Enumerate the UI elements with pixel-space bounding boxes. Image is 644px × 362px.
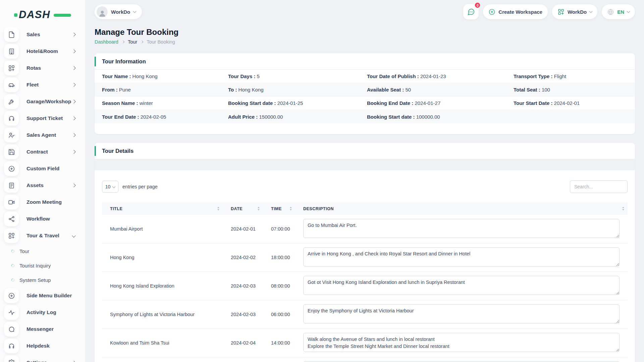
topbar: WorkDo 0 Create Workspace <box>95 0 635 21</box>
create-workspace-button[interactable]: Create Workspace <box>483 4 548 19</box>
plus-circle-icon <box>4 288 19 303</box>
cell-title: Symphony of Lights at Victoria Harbour <box>102 312 223 317</box>
workdo-apps-button[interactable]: WorkDo <box>552 4 597 19</box>
chevron-right-icon <box>72 183 75 187</box>
chevron-right-icon <box>72 133 75 137</box>
globe-icon <box>607 8 614 15</box>
description-textarea[interactable]: Go to Mumbai Air Port. <box>303 219 620 238</box>
description-textarea[interactable]: Walk along the Avenue of Stars and lunch… <box>303 333 620 352</box>
workspace-selector[interactable]: WorkDo <box>95 4 142 19</box>
sidebar-item-workflow[interactable]: Workflow <box>0 210 85 227</box>
cell-date: 2024-02-01 <box>223 226 263 232</box>
sidebar-item-assets[interactable]: Assets <box>0 177 85 194</box>
info-field-tour-date-of-publish: Tour Date of Publish : 2024-01-23 <box>367 73 514 79</box>
language-selector[interactable]: EN <box>602 4 635 19</box>
cell-title: Mumbai Airport <box>102 226 223 232</box>
chevron-down-icon <box>112 185 116 188</box>
sidebar-item-hotel-room[interactable]: Hotel&Room <box>0 43 85 60</box>
sidebar-item-side-menu-builder[interactable]: Side Menu Builder <box>0 287 85 304</box>
info-row: Tour End Date : 2024-02-05Adult Price : … <box>95 110 635 123</box>
entries-per-page-select[interactable]: 10 <box>102 181 118 193</box>
cell-description: Go to Mumbai Air Port. <box>295 219 628 239</box>
sidebar-item-custom-field[interactable]: Custom Field <box>0 160 85 177</box>
sidebar-item-label: Settings <box>26 360 72 362</box>
chevron-right-icon <box>72 150 75 154</box>
sidebar-item-support-ticket[interactable]: Support Ticket <box>0 110 85 127</box>
sidebar-item-fleet[interactable]: Fleet <box>0 76 85 93</box>
sort-icon[interactable] <box>290 207 292 210</box>
share-nodes-icon <box>8 216 15 223</box>
create-workspace-label: Create Workspace <box>498 9 542 15</box>
table-row: Hong Kong2024-02-0218:00:00Arrive in Hon… <box>102 243 628 272</box>
sidebar-subitem-system-setup[interactable]: System Setup <box>0 273 85 287</box>
sidebar-item-messenger[interactable]: Messenger <box>0 321 85 338</box>
table-row <box>102 357 628 362</box>
messages-button[interactable]: 0 <box>463 4 479 19</box>
card-divider <box>95 159 635 170</box>
cell-time: 07:00:00 <box>263 226 295 232</box>
sidebar-item-activity-log[interactable]: Activity Log <box>0 304 85 321</box>
grid-plus-icon <box>557 8 565 15</box>
table-row: Mumbai Airport2024-02-0107:00:00Go to Mu… <box>102 215 628 243</box>
message-icon <box>8 326 15 333</box>
column-header-date[interactable]: Date <box>223 206 263 211</box>
chevron-right-icon <box>72 83 75 86</box>
activity-icon <box>4 305 19 320</box>
sidebar-subitem-tour[interactable]: Tour <box>0 244 85 258</box>
message-icon <box>4 322 19 337</box>
sort-icon[interactable] <box>258 207 260 210</box>
table-body: Mumbai Airport2024-02-0107:00:00Go to Mu… <box>102 215 628 362</box>
sidebar-item-zoom-meeting[interactable]: Zoom Meeting <box>0 194 85 210</box>
info-row: From : PuneTo : Hong KongAvailable Seat … <box>95 83 635 97</box>
sidebar-item-sales[interactable]: Sales <box>0 26 85 43</box>
sidebar-item-rotas[interactable]: Rotas <box>0 60 85 76</box>
sidebar-item-helpdesk[interactable]: Helpdesk <box>0 338 85 354</box>
tour-details-body: 10 entries per page TitleDateTimeDescrip… <box>95 170 635 362</box>
sidebar-item-garage-workshop[interactable]: Garage/Workshop <box>0 93 85 110</box>
sidebar-item-settings[interactable]: Settings <box>0 354 85 362</box>
tour-details-title: Tour Details <box>102 148 133 154</box>
cell-date: 2024-02-02 <box>223 255 263 260</box>
entries-per-page-value: 10 <box>105 184 111 189</box>
sidebar-item-label: Rotas <box>26 65 72 71</box>
plus-circle-icon <box>488 8 495 15</box>
app-logo[interactable]: DASH <box>19 7 69 22</box>
chevron-right-icon <box>72 33 75 36</box>
share-nodes-icon <box>4 212 19 226</box>
info-field-from: From : Pune <box>102 87 228 93</box>
sort-icon[interactable] <box>622 207 624 210</box>
column-header-title[interactable]: Title <box>102 206 223 211</box>
description-textarea[interactable]: Got ot Visit Hong Kong Island Exploratio… <box>303 276 620 295</box>
sidebar-item-sales-agent[interactable]: Sales Agent <box>0 127 85 143</box>
tour-information-header: Tour Information <box>95 53 635 70</box>
sidebar-item-tour-travel[interactable]: Tour & Travel <box>0 227 85 244</box>
column-header-time[interactable]: Time <box>263 206 295 211</box>
sidebar-item-label: Hotel&Room <box>26 48 72 54</box>
sidebar-subitem-tourist-inquiry[interactable]: Tourist Inquiry <box>0 258 85 273</box>
grid-plus-icon <box>8 65 15 72</box>
sort-icon[interactable] <box>217 207 219 210</box>
tour-information-card: Tour Information Tour Name : Hong KongTo… <box>95 53 635 134</box>
sidebar-item-label: Side Menu Builder <box>26 293 85 299</box>
page-title: Manage Tour Booking <box>95 27 635 37</box>
search-input[interactable] <box>570 180 628 193</box>
breadcrumb-tour[interactable]: Tour <box>128 39 137 45</box>
circle-bullet-icon <box>11 278 15 282</box>
cell-description: Got ot Visit Hong Kong Island Exploratio… <box>295 276 628 296</box>
sidebar-item-label: Tour & Travel <box>26 233 72 239</box>
breadcrumb-dashboard[interactable]: Dashboard <box>95 39 118 45</box>
info-field-booking-start-date: Booking Start date : 100000.00 <box>367 114 514 120</box>
cell-date: 2024-02-03 <box>223 283 263 289</box>
tour-details-header: Tour Details <box>95 143 635 159</box>
description-textarea[interactable]: Arrive in Hong Kong , and Check into Roy… <box>303 247 620 266</box>
sidebar: DASH SalesHotel&RoomRotasFleetGarage/Wor… <box>0 0 86 362</box>
gear-icon <box>4 355 19 362</box>
description-textarea[interactable]: Enjoy the Symphony of Lights at Victoria… <box>303 304 620 323</box>
breadcrumb: DashboardTourTour Booking <box>95 39 635 45</box>
activity-icon <box>8 309 15 316</box>
column-header-description[interactable]: Description <box>295 206 628 211</box>
chevron-right-icon <box>72 361 75 362</box>
calculator-icon <box>4 178 19 193</box>
logo-accent-bar <box>54 14 71 17</box>
sidebar-item-contract[interactable]: Contract <box>0 143 85 160</box>
